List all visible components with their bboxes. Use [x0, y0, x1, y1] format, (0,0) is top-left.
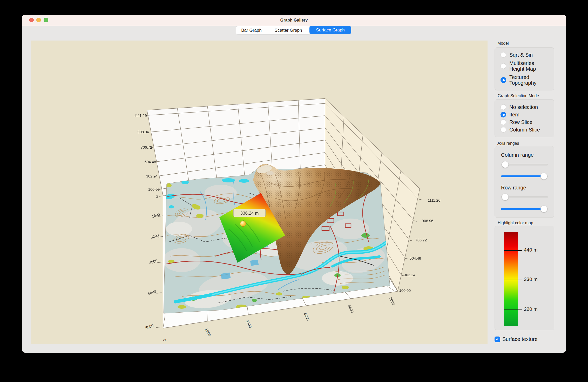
column-range-label: Column range [501, 152, 534, 158]
radio-icon-selected[interactable] [501, 77, 506, 83]
row-range-max-slider[interactable] [501, 206, 555, 212]
tab-bar-graph[interactable]: Bar Graph [236, 26, 267, 35]
axis-label: 100.00 [148, 187, 160, 192]
colorbar-tick-label: 330 m [524, 276, 538, 282]
axis-label: 4800 [149, 259, 158, 265]
tab-scatter-graph[interactable]: Scatter Graph [267, 26, 309, 35]
radio-label: Column Slice [509, 127, 540, 133]
slider-track-fill [501, 208, 544, 210]
radio-icon[interactable] [501, 127, 506, 133]
axis-label: 706.72 [141, 145, 152, 149]
radio-label: Row Slice [509, 119, 532, 125]
radio-icon-selected[interactable] [501, 112, 506, 117]
axis-label: 504.48 [410, 256, 421, 260]
radio-label: Sqrt & Sin [509, 52, 533, 58]
highlight-color-gradient [504, 232, 518, 326]
radio-icon[interactable] [501, 63, 506, 69]
row-range-min-slider[interactable] [501, 194, 555, 200]
tooltip-text: 336.24 m [240, 211, 259, 216]
colorbar-tick [504, 250, 522, 251]
color-map-section-title: Highlight color map [498, 221, 533, 225]
axis-label: 1600 [204, 328, 212, 337]
axis-label: 6400 [347, 304, 355, 314]
row-axis: 0 1600 3200 4800 6400 8000 [145, 194, 161, 330]
colorbar-tick [504, 309, 522, 310]
axis-label: 6400 [147, 289, 157, 296]
axis-label: 1600 [151, 212, 161, 219]
axis-label: 1111.20 [134, 114, 147, 118]
radio-row-item[interactable]: Item [495, 112, 554, 117]
radio-icon[interactable] [501, 104, 506, 110]
surface-texture-checkbox-row[interactable]: ✓ Surface texture [495, 336, 538, 342]
axis-label: 100.00 [399, 288, 411, 293]
column-range-min-slider[interactable] [501, 161, 555, 168]
axis-label: 8000 [389, 297, 396, 306]
checkbox-checked-icon[interactable]: ✓ [495, 337, 500, 342]
checkbox-label: Surface texture [502, 336, 538, 342]
axis-label: 908.96 [422, 219, 433, 223]
axis-label: 3200 [150, 233, 160, 240]
surface-chart-canvas[interactable]: 1111.20 908.96 706.72 504.48 302.24 100.… [31, 41, 488, 344]
model-group: Sqrt & Sin Multiseries Height Map Textur… [495, 47, 554, 90]
axis-ranges-group: Column range Row range [495, 146, 554, 218]
axis-label: 504.48 [145, 160, 156, 164]
colorbar-tick [504, 280, 522, 280]
colorbar-tick-label: 220 m [524, 306, 538, 312]
title-bar: Graph Gallery [22, 15, 566, 26]
app-window: Graph Gallery Bar Graph Scatter Graph Su… [22, 15, 566, 353]
radio-row-row-slice[interactable]: Row Slice [495, 119, 554, 125]
axis-label: 302.24 [404, 273, 415, 277]
tab-bar: Bar Graph Scatter Graph Surface Graph [236, 26, 351, 34]
radio-icon[interactable] [501, 52, 506, 58]
selection-point-ball [240, 221, 246, 227]
axis-label: 3200 [245, 319, 253, 329]
axis-ranges-section-title: Axis ranges [497, 141, 519, 146]
axis-label: 8000 [145, 324, 154, 330]
axis-label: 706.72 [415, 238, 427, 242]
window-title: Graph Gallery [22, 15, 566, 26]
radio-row-sqrt-sin[interactable]: Sqrt & Sin [495, 52, 554, 58]
radio-label: Item [509, 112, 519, 117]
radio-row-multiseries-height-map[interactable]: Multiseries Height Map [495, 60, 554, 72]
colorbar-tick-label: 440 m [524, 247, 538, 253]
selection-mode-group: No selection Item Row Slice Column Slice [495, 99, 554, 137]
selection-mode-section-title: Graph Selection Mode [498, 94, 539, 98]
selection-tooltip: 336.24 m [233, 209, 266, 217]
axis-label: 1111.20 [428, 198, 440, 202]
axis-label: 0 [155, 194, 159, 199]
tab-surface-graph[interactable]: Surface Graph [309, 26, 351, 34]
color-map-group: 440 m 330 m 220 m [495, 226, 554, 330]
row-range-label: Row range [501, 185, 526, 191]
axis-label: 0 [162, 338, 167, 342]
radio-label: No selection [509, 104, 538, 110]
slider-handle[interactable] [502, 194, 509, 200]
surface-chart-area[interactable]: 1111.20 908.96 706.72 504.48 302.24 100.… [31, 41, 488, 344]
radio-row-column-slice[interactable]: Column Slice [495, 127, 554, 133]
radio-label: Multiseries Height Map [509, 60, 548, 72]
slider-handle[interactable] [540, 173, 547, 180]
axis-label: 908.96 [138, 130, 149, 134]
axis-label: 4800 [303, 312, 310, 321]
model-section-title: Model [497, 41, 509, 46]
radio-label: Textured Topography [509, 74, 548, 86]
radio-row-no-selection[interactable]: No selection [495, 104, 554, 110]
slider-track-fill [501, 175, 544, 177]
axis-label: 302.24 [146, 174, 158, 178]
radio-row-textured-topography[interactable]: Textured Topography [495, 74, 554, 86]
slider-handle[interactable] [502, 161, 509, 168]
column-range-max-slider[interactable] [501, 173, 555, 180]
slider-handle[interactable] [540, 206, 547, 212]
radio-icon[interactable] [501, 119, 506, 125]
